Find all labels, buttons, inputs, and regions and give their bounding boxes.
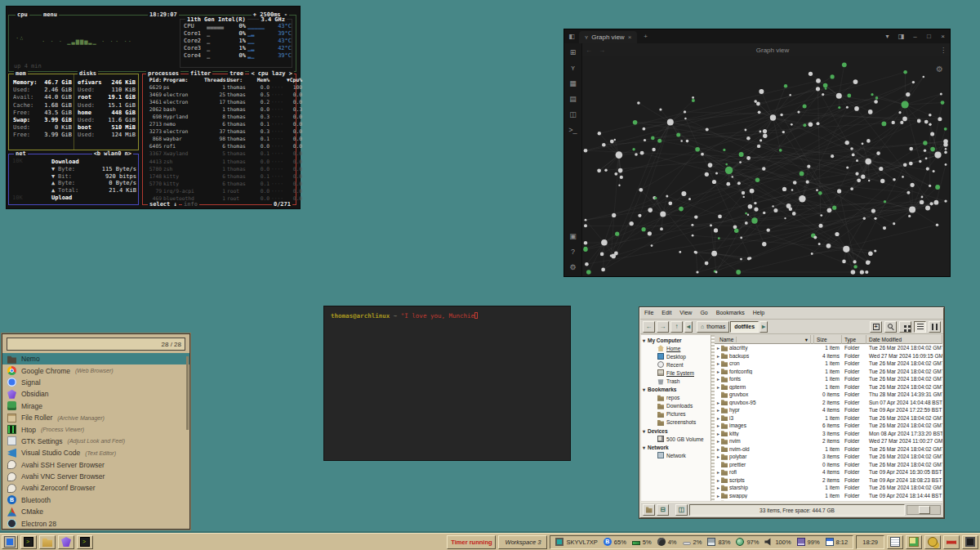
- sidebar-item[interactable]: ▾ Network: [641, 443, 710, 451]
- expander-icon[interactable]: [717, 407, 719, 413]
- menu-item[interactable]: Edit: [662, 310, 671, 317]
- menu-item[interactable]: File: [644, 310, 653, 317]
- filter-button[interactable]: filter: [189, 70, 212, 78]
- process-row[interactable]: 79 irq/9-acpi 1 root 0.0 ···· 0.0: [143, 187, 296, 195]
- expander-icon[interactable]: [717, 454, 719, 459]
- table-row[interactable]: scripts 2 items Folder Tue 09 Apr 2024 1…: [715, 476, 942, 485]
- tab-close-icon[interactable]: ×: [628, 34, 632, 41]
- vault-icon[interactable]: ▣: [569, 232, 577, 240]
- menu-item[interactable]: File Roller (Archive Manager): [2, 412, 189, 423]
- table-row[interactable]: rofi 4 items Folder Tue 09 Apr 2024 16:3…: [715, 468, 942, 476]
- menu-item[interactable]: Obsidian: [2, 388, 189, 400]
- cpu-box-label[interactable]: cpu: [16, 11, 29, 19]
- table-row[interactable]: nvim 2 items Folder Wed 27 Mar 2024 11:0…: [715, 437, 942, 445]
- up-button[interactable]: ↑: [670, 321, 683, 333]
- menu-item[interactable]: Nemo: [2, 353, 189, 364]
- app-launcher[interactable]: 28 / 28 Nemo Google Chrome (Web Browser)…: [2, 333, 190, 530]
- table-row[interactable]: hypr 4 items Folder Tue 09 Apr 2024 17:2…: [715, 406, 942, 414]
- menu-item[interactable]: Avahi Zeroconf Browser: [2, 482, 189, 494]
- process-row[interactable]: 5780 zsh 1 thomas 0.0 ···· 0.0: [143, 165, 296, 172]
- taskbar-tool-button[interactable]: [906, 535, 922, 549]
- sidebar-item[interactable]: ▾ My Computer: [641, 336, 710, 344]
- tray-item[interactable]: 4%: [657, 538, 677, 546]
- obsidian-window[interactable]: ◧ ʏ Graph view × + ▾ ◨ – □ × ⊞ʏ▦▤◫>_ ▣?⚙: [564, 29, 950, 276]
- tray-item[interactable]: 83%: [707, 538, 730, 546]
- expander-icon[interactable]: [717, 431, 719, 436]
- table-row[interactable]: polybar 3 items Folder Tue 26 Mar 2024 1…: [715, 453, 942, 461]
- menu-item[interactable]: Signal: [2, 377, 189, 388]
- menu-item[interactable]: Avahi VNC Server Browser: [2, 471, 189, 482]
- sort-mode[interactable]: < cpu lazy >: [249, 70, 294, 78]
- tray-item[interactable]: 97%: [736, 538, 759, 546]
- taskbar-app-button[interactable]: [77, 535, 93, 549]
- process-row[interactable]: 5770 kitty 6 thomas 0.1 ···· 0.0: [143, 180, 296, 187]
- scrollbar[interactable]: [186, 356, 189, 430]
- select-hint[interactable]: select ↓: [148, 201, 179, 208]
- list-view-button[interactable]: [914, 321, 926, 333]
- sidebar-item[interactable]: ▾ Downloads: [641, 402, 710, 410]
- maximize-button[interactable]: □: [922, 33, 936, 40]
- sidebar-item[interactable]: ▾ Desktop: [641, 352, 710, 360]
- horizontal-scrollbar[interactable]: [906, 505, 941, 515]
- menu-item[interactable]: Help: [753, 310, 764, 317]
- sidebar-item[interactable]: ▾ 500 GB Volume: [641, 435, 710, 443]
- net-interface[interactable]: <b wlan0 n>: [92, 150, 133, 158]
- table-row[interactable]: swappy 1 item Folder Tue 09 Apr 2024 18:…: [715, 492, 942, 500]
- menu-item[interactable]: CMake: [2, 506, 189, 517]
- sidebar-item[interactable]: ▾ Recent: [641, 360, 710, 369]
- back-icon[interactable]: ←: [582, 47, 595, 54]
- canvas-icon[interactable]: ▦: [569, 79, 577, 87]
- taskbar-app-button[interactable]: [2, 535, 18, 549]
- expander-icon[interactable]: ▾: [643, 338, 645, 343]
- process-row[interactable]: 868 waybar 98 thomas 0.1 ···· 0.0: [143, 135, 296, 142]
- expander-icon[interactable]: [717, 376, 719, 382]
- quick-switcher-icon[interactable]: ⊞: [570, 48, 577, 56]
- taskbar-tool-button[interactable]: [924, 535, 941, 549]
- sidebar-item[interactable]: ▾ Network: [641, 451, 710, 459]
- column-size[interactable]: Size: [814, 335, 842, 344]
- table-row[interactable]: fontconfig 1 item Folder Tue 26 Mar 2024…: [715, 368, 942, 376]
- info-hint[interactable]: info: [182, 201, 199, 208]
- processes-box-label[interactable]: processes: [146, 70, 180, 78]
- tray-item[interactable]: 100%: [764, 538, 791, 546]
- taskbar-tool-button[interactable]: [943, 535, 960, 549]
- table-row[interactable]: starship 1 item Folder Tue 26 Mar 2024 1…: [715, 484, 942, 492]
- help-icon[interactable]: ?: [571, 248, 575, 256]
- expander-icon[interactable]: ▾: [643, 387, 645, 392]
- table-row[interactable]: alacritty 1 item Folder Tue 26 Mar 2024 …: [715, 344, 942, 352]
- tray-item[interactable]: 5%: [632, 539, 652, 546]
- tray-item[interactable]: SKYVL7XP: [555, 538, 597, 546]
- column-date[interactable]: Date Modified: [866, 335, 942, 344]
- terminal-icon[interactable]: >_: [568, 126, 577, 134]
- menu-item[interactable]: Google Chrome (Web Browser): [2, 364, 189, 376]
- taskbar-app-button[interactable]: [58, 535, 74, 549]
- table-row[interactable]: gruvbox-95 2 items Folder Sun 07 Apr 202…: [715, 399, 942, 407]
- graph-settings-gear-icon[interactable]: ⚙: [936, 65, 943, 74]
- clipboard-icon[interactable]: ◫: [569, 110, 577, 118]
- menu-item[interactable]: Htop (Process Viewer): [2, 423, 189, 435]
- expander-icon[interactable]: ▾: [643, 445, 645, 450]
- expander-icon[interactable]: [717, 485, 719, 490]
- sidebar-item[interactable]: ▾ Bookmarks: [641, 386, 710, 394]
- path-scroll-left-button[interactable]: ◂: [684, 321, 693, 333]
- disks-box-label[interactable]: disks: [78, 70, 98, 78]
- minimize-button[interactable]: –: [908, 33, 922, 40]
- process-row[interactable]: 6629 ps 1 thomas 0.0 ···· 100: [143, 83, 296, 91]
- path-home-button[interactable]: ⌂thomas: [697, 321, 729, 333]
- table-row[interactable]: nvim-old 1 item Folder Tue 26 Mar 2024 1…: [715, 445, 942, 454]
- terminal-window[interactable]: thomas@archlinux ~ "I love you, Munchie: [324, 306, 570, 460]
- new-tab-button[interactable]: +: [870, 321, 882, 333]
- process-row[interactable]: 3367 Xwayland 5 thomas 0.1 ···· 0.0: [143, 150, 296, 157]
- file-manager-window[interactable]: FileEditViewGoBookmarksHelp ← → ↑ ◂ ⌂tho…: [639, 307, 944, 518]
- expander-icon[interactable]: [717, 400, 719, 405]
- expander-icon[interactable]: [717, 469, 719, 475]
- side-pane-places-button[interactable]: [643, 504, 655, 516]
- process-row[interactable]: 698 Hyprland 8 thomas 0.3 ···· 0.0: [143, 113, 296, 120]
- expander-icon[interactable]: [717, 345, 719, 351]
- close-button[interactable]: ×: [936, 33, 950, 40]
- search-input[interactable]: 28 / 28: [7, 338, 185, 351]
- tray-item[interactable]: 65%: [604, 538, 626, 546]
- graph-view-svg[interactable]: [582, 56, 949, 275]
- process-row[interactable]: 3273 electron 37 thomas 0.3 ···· 0.0: [143, 127, 296, 135]
- forward-button[interactable]: →: [657, 321, 669, 333]
